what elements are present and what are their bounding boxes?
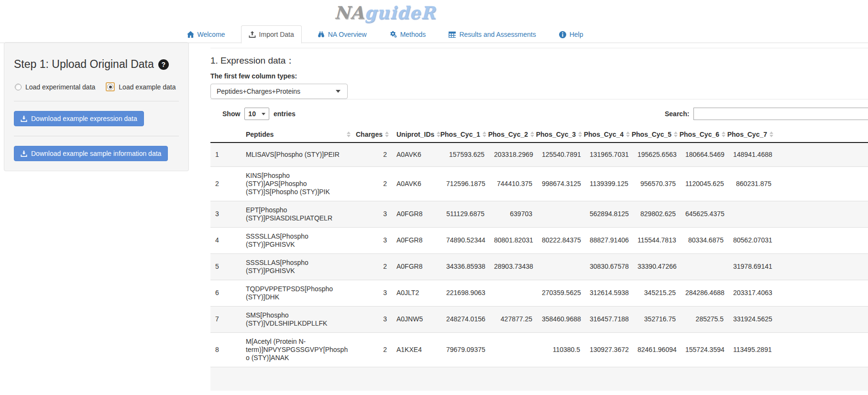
value-cell: 270359.5625: [537, 280, 585, 306]
value-cell: 80334.6875: [681, 227, 728, 253]
question-icon[interactable]: ?: [158, 59, 169, 70]
column-header-phos-cyc-4[interactable]: Phos_Cyc_4: [585, 127, 633, 143]
table-row-partial: [210, 367, 868, 391]
value-cell: 80222.84375: [537, 227, 585, 253]
charge-cell: 2: [353, 332, 392, 367]
table-row[interactable]: 6TQDPVPPETPSDS[Phospho (STY)]DHK3A0JLT22…: [210, 280, 868, 306]
radio-load-experimental-data[interactable]: Load experimental data: [15, 83, 95, 91]
tab-help[interactable]: Help: [552, 26, 591, 43]
column-header-index[interactable]: [210, 127, 241, 143]
sort-icon: [626, 132, 630, 137]
value-cell: 345215.25: [633, 280, 681, 306]
uniprot-cell: A0JNW5: [392, 306, 441, 332]
value-cell: 79679.09375: [441, 332, 489, 367]
uniprot-cell: A0AVK6: [392, 166, 441, 201]
value-cell: 88827.91406: [585, 227, 633, 253]
value-cell: [537, 201, 585, 227]
column-header-charges[interactable]: Charges: [353, 127, 392, 143]
tab-na-overview[interactable]: NA Overview: [310, 26, 374, 43]
column-header-label: Phos_Cyc_7: [727, 131, 767, 138]
value-cell: 712596.1875: [441, 166, 489, 201]
column-header-phos-cyc-1[interactable]: Phos_Cyc_1: [441, 127, 489, 143]
value-cell: 155724.3594: [681, 332, 728, 367]
column-header-phos-cyc-2[interactable]: Phos_Cyc_2: [489, 127, 537, 143]
row-index-cell: 6: [210, 280, 241, 306]
column-header-phos-cyc-5[interactable]: Phos_Cyc_5: [633, 127, 681, 143]
uniprot-cell: A0FGR8: [392, 227, 441, 253]
radio-label: Load experimental data: [25, 83, 95, 91]
sort-icon: [530, 132, 534, 137]
spacer-cell: [776, 166, 868, 201]
column-types-select[interactable]: Peptides+Charges+Proteins: [210, 84, 348, 99]
spacer-cell: [776, 143, 868, 166]
value-cell: 113495.2891: [728, 332, 776, 367]
sort-icon: [578, 132, 582, 137]
table-row[interactable]: 8M[Acetyl (Protein N-term)]NPVYSPGSSGVPY…: [210, 332, 868, 367]
column-header-peptides[interactable]: Peptides: [241, 127, 353, 143]
table-row[interactable]: 7SMS[Phospho (STY)]VDLSHIPLKDPLLFK3A0JNW…: [210, 306, 868, 332]
value-cell: 30830.67578: [585, 253, 633, 280]
charge-cell: 3: [353, 306, 392, 332]
charge-cell: 3: [353, 227, 392, 253]
value-cell: 645625.4375: [681, 201, 728, 227]
tab-results-and-assessments[interactable]: Results and Assessments: [441, 26, 543, 43]
table-row[interactable]: 5SSSSLLAS[Phospho (STY)]PGHISVK2A0FGR834…: [210, 253, 868, 280]
peptide-cell: MLISAVS[Phospho (STY)]PEIR: [241, 143, 353, 166]
row-index-cell: 1: [210, 143, 241, 166]
expression-data-table: PeptidesChargesUniprot_IDsPhos_Cyc_1Phos…: [210, 127, 868, 391]
uniprot-cell: A1KXE4: [392, 332, 441, 367]
column-header-label: Charges: [356, 131, 383, 138]
tab-label: Import Data: [259, 31, 294, 38]
column-header-phos-cyc-7[interactable]: Phos_Cyc_7: [728, 127, 776, 143]
download-example-sample-information-data-button[interactable]: Download example sample information data: [14, 146, 168, 161]
tab-welcome[interactable]: Welcome: [180, 26, 232, 43]
value-cell: 427877.25: [489, 306, 537, 332]
peptide-cell: SSSSLLAS[Phospho (STY)]PGHISVK: [241, 253, 353, 280]
show-label: Show: [222, 110, 240, 118]
search-input[interactable]: [693, 108, 868, 120]
table-row[interactable]: 3EPT[Phospho (STY)]PSIASDISLPIATQELR3A0F…: [210, 201, 868, 227]
table-row[interactable]: 1MLISAVS[Phospho (STY)]PEIR2A0AVK6157593…: [210, 143, 868, 166]
tab-methods[interactable]: Methods: [383, 26, 433, 43]
step-title: Step 1: Upload Original Data ?: [14, 58, 179, 71]
value-cell: [728, 201, 776, 227]
download-icon: [21, 151, 27, 157]
sort-icon: [483, 132, 486, 137]
charge-cell: 2: [353, 166, 392, 201]
column-header-phos-cyc-6[interactable]: Phos_Cyc_6: [681, 127, 728, 143]
value-cell: 511129.6875: [441, 201, 489, 227]
tab-label: Methods: [400, 31, 426, 38]
download-example-expression-data-button[interactable]: Download example expression data: [14, 111, 144, 126]
entries-label: entries: [274, 110, 296, 118]
spacer-cell: [776, 253, 868, 280]
row-index-cell: 7: [210, 306, 241, 332]
value-cell: 195625.6563: [633, 143, 681, 166]
column-header-label: Phos_Cyc_2: [488, 131, 528, 138]
value-cell: 562894.8125: [585, 201, 633, 227]
table-row[interactable]: 2KINS[Phospho (STY)]APS[Phospho (STY)]S[…: [210, 166, 868, 201]
charge-cell: 2: [353, 143, 392, 166]
peptide-cell: SMS[Phospho (STY)]VDLSHIPLKDPLLFK: [241, 306, 353, 332]
page-length-value: 10: [248, 110, 256, 118]
value-cell: 331924.5625: [728, 306, 776, 332]
radio-load-example-data[interactable]: Load example data: [106, 82, 176, 91]
app-header: NAguideR: [0, 0, 770, 22]
value-cell: 203318.2969: [489, 143, 537, 166]
page-length-select[interactable]: 10: [244, 108, 269, 120]
uniprot-cell: A0FGR8: [392, 253, 441, 280]
column-header-phos-cyc-3[interactable]: Phos_Cyc_3: [537, 127, 585, 143]
radio-group: Load experimental dataLoad example data: [15, 82, 179, 91]
column-header-label: Phos_Cyc_4: [584, 131, 624, 138]
value-cell: 285275.5: [681, 306, 728, 332]
divider: [14, 101, 179, 101]
uniprot-cell: A0JLT2: [392, 280, 441, 306]
table-row[interactable]: 4SSSSLLAS[Phospho (STY)]PGHISVK3A0FGR874…: [210, 227, 868, 253]
column-header-label: Peptides: [246, 131, 274, 138]
column-header-uniprot-ids[interactable]: Uniprot_IDs: [392, 127, 441, 143]
tab-import-data[interactable]: Import Data: [241, 25, 302, 44]
value-cell: 131965.7031: [585, 143, 633, 166]
tab-label: Help: [570, 31, 583, 38]
value-cell: [537, 253, 585, 280]
value-cell: 180664.5469: [681, 143, 728, 166]
value-cell: 82461.96094: [633, 332, 681, 367]
